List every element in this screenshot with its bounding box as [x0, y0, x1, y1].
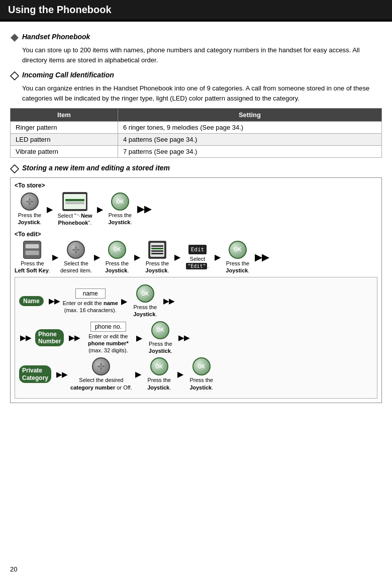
edit-step-5-text: Select"Edit".: [186, 255, 209, 270]
ok-icon-private-2: OK: [192, 357, 211, 375]
incoming-call-section: Incoming Call Identification You can org…: [10, 71, 382, 103]
page-number: 20: [10, 565, 17, 573]
double-arrow-8: ▶▶: [56, 370, 67, 378]
private-nav-text: Select the desiredcategory number or Off…: [70, 376, 132, 391]
incoming-call-heading: Incoming Call Identification: [22, 71, 114, 79]
svg-marker-1: [11, 72, 19, 80]
table-cell-item: Vibrate pattern: [11, 146, 118, 158]
name-ok-text: Press theJoystick.: [133, 304, 157, 318]
to-edit-flow: Press theLeft Soft Key. ▶ Select thedesi…: [15, 241, 377, 274]
arrow-10: ▶: [135, 369, 141, 379]
edit-step-3-text: Press theJoystick.: [105, 260, 129, 274]
name-input-box: name: [75, 288, 106, 299]
edit-step-4: Press theJoystick.: [142, 241, 172, 274]
to-edit-label: <To edit>: [15, 231, 377, 238]
arrow-1: ▶: [47, 205, 53, 214]
private-badge: Private Category: [19, 365, 51, 383]
phone-input-step: phone no. Enter or edit thephone number*…: [83, 322, 133, 354]
phone-badge: Phone Number: [35, 329, 64, 347]
ok-icon-phone: OK: [151, 321, 169, 339]
edit-step-6: OK Press theJoystick.: [223, 241, 253, 274]
store-step-3: OK Press theJoystick.: [105, 192, 135, 226]
table-cell-item: LED pattern: [11, 134, 118, 146]
private-ok1-text: Press theJoystick.: [147, 376, 171, 391]
diamond-filled-icon: [10, 33, 19, 42]
svg-point-17: [100, 365, 103, 368]
joystick-nav-icon: [25, 197, 35, 207]
ok-icon-3: OK: [229, 241, 247, 259]
double-arrow-3: ▶▶: [49, 297, 60, 305]
svg-point-7: [28, 200, 31, 203]
double-arrow-6: ▶▶: [69, 334, 80, 342]
name-input-step: name Enter or edit the name(max. 16 char…: [63, 288, 118, 314]
arrow-3: ▶: [52, 252, 58, 262]
svg-marker-0: [11, 34, 19, 42]
ok-icon-private-1: OK: [150, 357, 168, 375]
phone-sub-row: ▶▶ Phone Number ▶▶ phone no. Enter or ed…: [19, 321, 373, 355]
edit-step-6-text: Press theJoystick.: [226, 260, 249, 274]
store-step-1: Press theJoystick.: [15, 192, 45, 226]
table-row: LED pattern 4 patterns (See page 34.): [11, 134, 382, 146]
private-ok1-step: OK Press theJoystick.: [144, 357, 174, 391]
table-cell-item: Ringer pattern: [11, 122, 118, 134]
storing-section-heading: Storing a new item and editing a stored …: [10, 164, 382, 173]
arrow-9: ▶: [136, 333, 142, 343]
private-sub-row: Private Category ▶▶ Select the desiredca…: [19, 357, 373, 391]
to-store-label: <To store>: [15, 182, 377, 189]
arrow-6: ▶: [174, 252, 180, 262]
phone-input-text: Enter or edit thephone number*(max. 32 d…: [88, 333, 129, 354]
page-title: Using the Phonebook: [0, 0, 392, 21]
arrow-8: ▶: [121, 297, 127, 306]
ok-icon-name: OK: [136, 284, 154, 303]
arrow-2: ▶: [97, 205, 103, 214]
joystick-nav-3: [92, 357, 110, 375]
double-arrow-1: ▶▶: [137, 204, 151, 215]
double-arrow-2: ▶▶: [255, 252, 269, 263]
name-sub-row: Name ▶▶ name Enter or edit the name(max.…: [19, 284, 373, 318]
edit-step-3: OK Press theJoystick.: [102, 241, 132, 274]
name-input-text: Enter or edit the name(max. 16 character…: [63, 300, 118, 314]
phone-ok-step: OK Press theJoystick.: [145, 321, 175, 355]
edit-step-2: Select thedesired item.: [60, 241, 92, 274]
phone-ok-text: Press theJoystick.: [149, 340, 172, 355]
sub-flow-box: Name ▶▶ name Enter or edit the name(max.…: [15, 277, 377, 399]
settings-table: Item Setting Ringer pattern 6 ringer ton…: [10, 108, 382, 158]
diamond-outline-icon: [10, 71, 19, 80]
arrow-5: ▶: [134, 252, 140, 262]
diamond-outline-icon-2: [10, 164, 19, 173]
double-arrow-5: ▶▶: [20, 334, 31, 342]
handset-phonebook-heading: Handset Phonebook: [22, 33, 90, 41]
joystick-nav-2: [67, 241, 85, 259]
joystick-nav-icon-3: [96, 361, 106, 371]
private-ok2-step: OK Press theJoystick.: [186, 357, 217, 391]
table-header-item: Item: [11, 109, 118, 122]
diagram-box: <To store> Press theJoystick. ▶: [10, 177, 382, 403]
table-row: Vibrate pattern 7 patterns (See page 34.…: [11, 146, 382, 158]
name-badge: Name: [19, 296, 44, 306]
double-arrow-7: ▶▶: [178, 334, 189, 342]
private-ok2-text: Press theJoystick.: [189, 376, 213, 391]
joystick-nav-icon-2: [71, 245, 81, 255]
store-step-3-text: Press theJoystick.: [108, 212, 132, 226]
store-step-1-text: Press theJoystick.: [18, 212, 41, 226]
arrow-7: ▶: [215, 252, 221, 262]
table-row: Ringer pattern 6 ringer tones, 9 melodie…: [11, 122, 382, 134]
table-cell-setting: 7 patterns (See page 34.): [118, 146, 381, 158]
phone-input-box: phone no.: [90, 322, 126, 332]
arrow-11: ▶: [177, 369, 183, 379]
name-ok-step: OK Press theJoystick.: [130, 284, 160, 318]
joystick-icon: [21, 192, 39, 211]
svg-point-12: [74, 248, 77, 251]
menu-screen-icon: [148, 241, 166, 259]
edit-step-2-text: Select thedesired item.: [60, 260, 92, 274]
table-header-setting: Setting: [118, 109, 381, 122]
storing-heading-text: Storing a new item and editing a stored …: [22, 164, 170, 172]
to-store-flow: Press theJoystick. ▶ Select "␉NewPhonebo…: [15, 192, 377, 227]
softkey-icon: [23, 241, 41, 259]
arrow-4: ▶: [94, 252, 100, 262]
edit-step-1: Press theLeft Soft Key.: [15, 241, 50, 274]
table-cell-setting: 6 ringer tones, 9 melodies (See page 34.…: [118, 122, 381, 134]
private-nav-step: Select the desiredcategory number or Off…: [70, 357, 132, 391]
handset-phonebook-body: You can store up to 200 items with names…: [22, 45, 382, 65]
ok-icon-2: OK: [108, 241, 126, 259]
